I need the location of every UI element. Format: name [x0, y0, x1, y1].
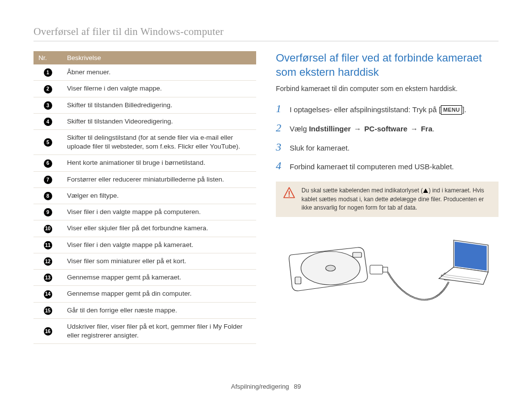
number-badge-icon: 11 — [44, 241, 52, 249]
number-badge-icon: 2 — [44, 85, 52, 93]
page-title: Overførsel af filer til din Windows-comp… — [33, 26, 499, 38]
row-desc-cell: Skifter til delingstilstand (for at send… — [62, 130, 256, 155]
number-badge-icon: 8 — [44, 192, 52, 200]
row-number-cell: 11 — [33, 237, 62, 253]
row-desc-cell: Viser filer i den valgte mappe på kamera… — [62, 237, 256, 253]
title-rule — [33, 41, 499, 41]
row-desc-cell: Hent korte animationer til bruge i børne… — [62, 155, 256, 171]
row-desc-cell: Skifter til tilstanden Videoredigering. — [62, 113, 256, 129]
number-badge-icon: 13 — [44, 274, 52, 282]
table-row: 11Viser filer i den valgte mappe på kame… — [33, 237, 256, 253]
svg-rect-7 — [383, 267, 388, 272]
illustration — [276, 228, 499, 316]
th-nr: Nr. — [33, 51, 62, 64]
row-desc-cell: Åbner menuer. — [62, 64, 256, 81]
step-number: 4 — [276, 158, 285, 174]
row-number-cell: 14 — [33, 286, 62, 302]
svg-rect-4 — [353, 252, 362, 257]
row-desc-cell: Viser filer som miniaturer eller på et k… — [62, 253, 256, 269]
number-badge-icon: 5 — [44, 138, 52, 147]
row-number-cell: 3 — [33, 97, 62, 113]
svg-point-3 — [326, 265, 335, 271]
table-row: 10Viser eller skjuler filer på det forbu… — [33, 220, 256, 237]
table-row: 7Forstørrer eller reducerer miniaturbill… — [33, 171, 256, 187]
warning-box: Du skal sætte kabelenden med indikatorly… — [276, 182, 499, 217]
table-row: 4Skifter til tilstanden Videoredigering. — [33, 113, 256, 129]
menu-button-icon: MENU — [441, 105, 463, 115]
step-text: Forbind kameraet til computeren med USB-… — [290, 161, 454, 172]
row-number-cell: 2 — [33, 81, 62, 97]
row-number-cell: 4 — [33, 113, 62, 129]
row-desc-cell: Forstørrer eller reducerer miniaturbille… — [62, 171, 256, 187]
row-desc-cell: Gennemse mapper gemt på kameraet. — [62, 270, 256, 286]
left-column: Nr. Beskrivelse 1Åbner menuer.2Viser fil… — [33, 51, 256, 344]
step-2-post: . — [432, 124, 434, 133]
step-text: I optagelses- eller afspilningstilstand:… — [290, 104, 466, 115]
number-badge-icon: 12 — [44, 257, 52, 266]
table-row: 14Gennemse mapper gemt på din computer. — [33, 286, 256, 302]
table-row: 13Gennemse mapper gemt på kameraet. — [33, 270, 256, 286]
right-column: Overførsel af filer ved at forbinde kame… — [276, 51, 499, 344]
step-1: 1 I optagelses- eller afspilningstilstan… — [276, 101, 499, 117]
step-2-b3: Fra — [421, 124, 432, 133]
svg-point-1 — [289, 196, 290, 197]
table-row: 15Går til den forrige eller næste mappe. — [33, 302, 256, 318]
warning-text: Du skal sætte kabelenden med indikatorly… — [301, 186, 492, 212]
table-row: 9Viser filer i den valgte mappe på compu… — [33, 204, 256, 220]
row-desc-cell: Vælger en filtype. — [62, 187, 256, 204]
row-desc-cell: Viser filerne i den valgte mappe. — [62, 81, 256, 97]
step-1-post: ]. — [462, 105, 466, 114]
warning-pre: Du skal sætte kabelenden med indikatorly… — [301, 187, 423, 194]
footer-page-number: 89 — [294, 383, 300, 390]
number-badge-icon: 1 — [44, 68, 52, 77]
section-heading: Overførsel af filer ved at forbinde kame… — [276, 51, 499, 79]
steps-list: 1 I optagelses- eller afspilningstilstan… — [276, 101, 499, 174]
row-desc-cell: Gennemse mapper gemt på din computer. — [62, 286, 256, 302]
row-number-cell: 7 — [33, 171, 62, 187]
row-desc-cell: Skifter til tilstanden Billedredigering. — [62, 97, 256, 113]
description-table: Nr. Beskrivelse 1Åbner menuer.2Viser fil… — [33, 51, 256, 344]
row-number-cell: 13 — [33, 270, 62, 286]
table-row: 3Skifter til tilstanden Billedredigering… — [33, 97, 256, 113]
step-number: 3 — [276, 140, 285, 155]
row-number-cell: 16 — [33, 318, 62, 343]
arrow-icon: → — [407, 124, 421, 133]
row-number-cell: 10 — [33, 220, 62, 237]
row-number-cell: 8 — [33, 187, 62, 204]
row-number-cell: 1 — [33, 64, 62, 81]
arrow-icon: → — [351, 124, 364, 133]
row-desc-cell: Udskriver filer, viser filer på et kort,… — [62, 318, 256, 343]
number-badge-icon: 14 — [44, 290, 52, 299]
row-desc-cell: Viser filer i den valgte mappe på comput… — [62, 204, 256, 220]
number-badge-icon: 3 — [44, 101, 52, 110]
table-row: 2Viser filerne i den valgte mappe. — [33, 81, 256, 97]
row-number-cell: 12 — [33, 253, 62, 269]
svg-rect-6 — [370, 265, 383, 274]
number-badge-icon: 4 — [44, 118, 52, 126]
step-2-b2: PC-software — [365, 124, 408, 133]
row-number-cell: 15 — [33, 302, 62, 318]
table-row: 12Viser filer som miniaturer eller på et… — [33, 253, 256, 269]
page-footer: Afspilning/redigering 89 — [0, 383, 532, 390]
table-row: 16Udskriver filer, viser filer på et kor… — [33, 318, 256, 343]
number-badge-icon: 16 — [44, 327, 52, 336]
step-4: 4 Forbind kameraet til computeren med US… — [276, 158, 499, 174]
number-badge-icon: 9 — [44, 208, 52, 216]
table-row: 6Hent korte animationer til bruge i børn… — [33, 155, 256, 171]
number-badge-icon: 10 — [44, 225, 52, 233]
svg-rect-5 — [295, 277, 301, 284]
row-number-cell: 9 — [33, 204, 62, 220]
row-number-cell: 5 — [33, 130, 62, 155]
warning-icon — [283, 186, 296, 199]
number-badge-icon: 15 — [44, 307, 52, 315]
step-text: Sluk for kameraet. — [290, 143, 350, 153]
step-number: 1 — [276, 101, 285, 117]
footer-section: Afspilning/redigering — [231, 383, 289, 390]
number-badge-icon: 7 — [44, 176, 52, 184]
step-3: 3 Sluk for kameraet. — [276, 140, 499, 155]
step-2-pre: Vælg — [290, 124, 309, 133]
table-row: 1Åbner menuer. — [33, 64, 256, 81]
step-number: 2 — [276, 121, 285, 136]
row-desc-cell: Viser eller skjuler filer på det forbund… — [62, 220, 256, 237]
table-row: 8Vælger en filtype. — [33, 187, 256, 204]
